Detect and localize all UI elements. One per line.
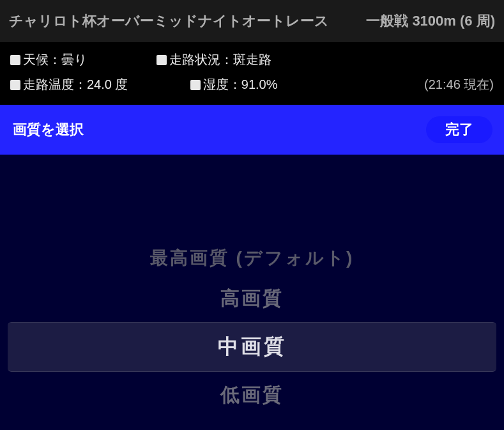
picker-option-highest[interactable]: 最高画質 (デフォルト) <box>0 238 504 278</box>
track-temp-label: 走路温度：24.0 度 <box>23 76 128 93</box>
checkbox-icon <box>190 80 201 90</box>
race-info: 一般戦 3100m (6 周) <box>366 12 495 31</box>
timestamp: (21:46 現在) <box>424 76 494 93</box>
track-status-item[interactable]: 走路状況：斑走路 <box>157 51 347 68</box>
race-header: チャリロト杯オーバーミッドナイトオートレース 一般戦 3100m (6 周) <box>0 0 504 42</box>
weather-item[interactable]: 天候：曇り <box>10 51 157 68</box>
checkbox-icon <box>10 55 20 65</box>
picker-option-high[interactable]: 高画質 <box>0 278 504 319</box>
checkbox-icon <box>157 55 167 65</box>
humidity-label: 湿度：91.0% <box>203 76 278 93</box>
humidity-item[interactable]: 湿度：91.0% <box>190 76 424 93</box>
quality-picker: 最高画質 (デフォルト) 高画質 中画質 低画質 <box>0 155 504 430</box>
done-button[interactable]: 完了 <box>426 116 493 143</box>
conditions-panel: 天候：曇り 走路状況：斑走路 走路温度：24.0 度 湿度：91.0% (21:… <box>0 42 504 105</box>
track-temp-item[interactable]: 走路温度：24.0 度 <box>10 76 190 93</box>
weather-label: 天候：曇り <box>23 51 87 68</box>
checkbox-icon <box>10 80 20 90</box>
race-title: チャリロト杯オーバーミッドナイトオートレース <box>9 12 329 31</box>
picker-option-medium[interactable]: 中画質 <box>8 322 496 372</box>
modal-header: 画質を選択 完了 <box>0 105 504 155</box>
track-status-label: 走路状況：斑走路 <box>169 51 271 68</box>
modal-title: 画質を選択 <box>13 120 84 139</box>
picker-option-low[interactable]: 低画質 <box>0 374 504 416</box>
